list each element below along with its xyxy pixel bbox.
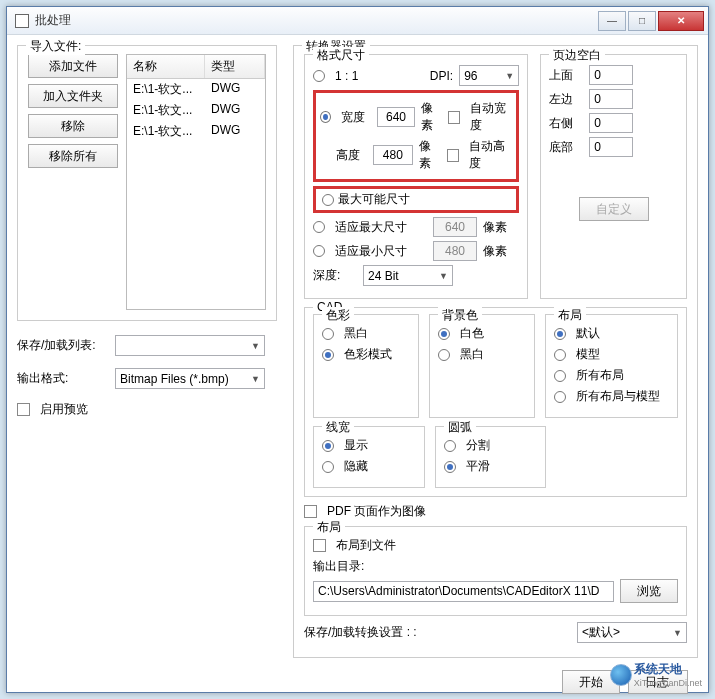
minimize-button[interactable]: — xyxy=(598,11,626,31)
color-group: 色彩 黑白 色彩模式 xyxy=(313,314,419,418)
import-legend: 导入文件: xyxy=(26,38,85,55)
max-size-highlight: 最大可能尺寸 xyxy=(313,186,519,213)
import-files-group: 导入文件: 添加文件 加入文件夹 移除 移除所有 名称 类型 E:\1-软文..… xyxy=(17,45,277,321)
lw-hide-radio[interactable] xyxy=(322,461,334,473)
list-item: E:\1-软文...DWG xyxy=(127,121,265,142)
arc-split-radio[interactable] xyxy=(444,440,456,452)
auto-width-checkbox[interactable] xyxy=(448,111,460,124)
auto-height-checkbox[interactable] xyxy=(447,149,459,162)
start-button[interactable]: 开始 xyxy=(562,670,620,694)
chevron-down-icon: ▼ xyxy=(251,341,260,351)
col-name[interactable]: 名称 xyxy=(127,55,205,78)
margin-group: 页边空白 上面 左边 右侧 底部 自定义 xyxy=(540,54,687,299)
titlebar: 批处理 — □ ✕ xyxy=(7,7,708,35)
layout-default-radio[interactable] xyxy=(554,328,566,340)
margin-top-input[interactable] xyxy=(589,65,633,85)
log-button[interactable]: 日志文件 xyxy=(628,670,688,694)
margin-bottom-input[interactable] xyxy=(589,137,633,157)
format-size-group: 格式尺寸 1 : 1 DPI: 96▼ 宽度 640 xyxy=(304,54,528,299)
fit-max-radio[interactable] xyxy=(313,221,325,233)
color-bw-radio[interactable] xyxy=(322,328,334,340)
margin-left-input[interactable] xyxy=(589,89,633,109)
fit-min-radio[interactable] xyxy=(313,245,325,257)
browse-button[interactable]: 浏览 xyxy=(620,579,678,603)
output-format-label: 输出格式: xyxy=(17,370,109,387)
layout-all-model-radio[interactable] xyxy=(554,391,566,403)
height-input[interactable]: 480 xyxy=(373,145,413,165)
add-folder-button[interactable]: 加入文件夹 xyxy=(28,84,118,108)
col-type[interactable]: 类型 xyxy=(205,55,265,78)
depth-select[interactable]: 24 Bit▼ xyxy=(363,265,453,286)
dialog-window: 批处理 — □ ✕ 导入文件: 添加文件 加入文件夹 移除 移除所有 名称 xyxy=(6,6,709,693)
ratio-11-radio[interactable] xyxy=(313,70,325,82)
lw-show-radio[interactable] xyxy=(322,440,334,452)
app-icon xyxy=(15,14,29,28)
add-file-button[interactable]: 添加文件 xyxy=(28,54,118,78)
enable-preview-label: 启用预览 xyxy=(40,401,88,418)
save-load-settings-select[interactable]: <默认>▼ xyxy=(577,622,687,643)
wh-highlight: 宽度 640 像素 自动宽度 高度 480 像素 自动高度 xyxy=(313,90,519,182)
output-dir-field[interactable]: C:\Users\Administrator\Documents\CADEdit… xyxy=(313,581,614,602)
layout-group: 布局 默认 模型 所有布局 所有布局与模型 xyxy=(545,314,678,418)
pdf-as-image-checkbox[interactable] xyxy=(304,505,317,518)
layout2-group: 布局 布局到文件 输出目录: C:\Users\Administrator\Do… xyxy=(304,526,687,616)
list-item: E:\1-软文...DWG xyxy=(127,100,265,121)
layout-to-file-checkbox[interactable] xyxy=(313,539,326,552)
window-title: 批处理 xyxy=(35,12,596,29)
margin-right-input[interactable] xyxy=(589,113,633,133)
bg-group: 背景色 白色 黑白 xyxy=(429,314,535,418)
layout-all-radio[interactable] xyxy=(554,370,566,382)
maximize-button[interactable]: □ xyxy=(628,11,656,31)
custom-size-radio[interactable] xyxy=(320,111,331,123)
list-item: E:\1-软文...DWG xyxy=(127,79,265,100)
bg-black-radio[interactable] xyxy=(438,349,450,361)
linewidth-group: 线宽 显示 隐藏 xyxy=(313,426,425,488)
arc-smooth-radio[interactable] xyxy=(444,461,456,473)
save-list-label: 保存/加载列表: xyxy=(17,337,109,354)
width-input[interactable]: 640 xyxy=(377,107,416,127)
arc-group: 圆弧 分割 平滑 xyxy=(435,426,547,488)
output-format-select[interactable]: Bitmap Files (*.bmp)▼ xyxy=(115,368,265,389)
file-list[interactable]: 名称 类型 E:\1-软文...DWG E:\1-软文...DWG E:\1-软… xyxy=(126,54,266,310)
enable-preview-checkbox[interactable] xyxy=(17,403,30,416)
layout-model-radio[interactable] xyxy=(554,349,566,361)
chevron-down-icon: ▼ xyxy=(251,374,260,384)
converter-group: 转换器设置 格式尺寸 1 : 1 DPI: 96▼ xyxy=(293,45,698,658)
remove-button[interactable]: 移除 xyxy=(28,114,118,138)
close-button[interactable]: ✕ xyxy=(658,11,704,31)
save-list-select[interactable]: ▼ xyxy=(115,335,265,356)
dpi-select[interactable]: 96▼ xyxy=(459,65,519,86)
remove-all-button[interactable]: 移除所有 xyxy=(28,144,118,168)
max-possible-radio[interactable] xyxy=(322,194,334,206)
custom-margin-button: 自定义 xyxy=(579,197,649,221)
color-mode-radio[interactable] xyxy=(322,349,334,361)
bg-white-radio[interactable] xyxy=(438,328,450,340)
cad-group: CAD 色彩 黑白 色彩模式 背景色 白色 黑白 布局 默认 模型 xyxy=(304,307,687,497)
